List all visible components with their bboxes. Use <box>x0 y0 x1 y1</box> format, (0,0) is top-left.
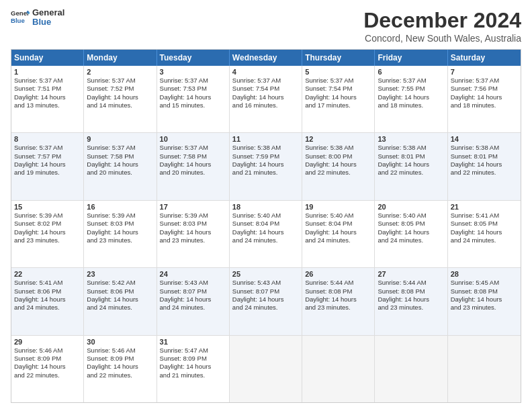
cell-info-line: Sunrise: 5:37 AM <box>14 144 81 152</box>
day-number: 5 <box>305 68 371 76</box>
cell-info-line: Daylight: 14 hours <box>378 295 444 304</box>
day-cell-2: 2Sunrise: 5:37 AMSunset: 7:52 PMDaylight… <box>84 66 157 132</box>
day-number: 2 <box>87 68 153 76</box>
day-cell-17: 17Sunrise: 5:39 AMSunset: 8:03 PMDayligh… <box>157 201 230 267</box>
cell-info-line: Sunrise: 5:38 AM <box>305 144 371 152</box>
day-number: 12 <box>305 135 371 143</box>
day-cell-empty <box>302 336 375 402</box>
cell-info-line: Sunrise: 5:40 AM <box>305 212 371 220</box>
cell-info-line: Sunrise: 5:41 AM <box>14 279 81 287</box>
day-number: 10 <box>160 135 226 143</box>
cell-info-line: Daylight: 14 hours <box>14 228 81 236</box>
cell-info-line: Sunset: 7:57 PM <box>14 152 81 161</box>
calendar-page: General Blue General Blue December 2024 … <box>0 0 532 411</box>
cell-info-line: and 14 minutes. <box>87 101 153 109</box>
day-number: 21 <box>451 203 518 211</box>
day-number: 3 <box>160 68 226 76</box>
cell-info-line: Sunset: 7:53 PM <box>160 85 226 93</box>
cell-info-line: Sunrise: 5:45 AM <box>451 279 518 287</box>
cell-info-line: and 23 minutes. <box>305 304 371 312</box>
cell-info-line: Sunset: 7:51 PM <box>14 85 81 93</box>
cell-info-line: Sunrise: 5:44 AM <box>378 279 444 287</box>
day-number: 7 <box>451 68 518 76</box>
day-number: 9 <box>87 135 153 143</box>
cell-info-line: Daylight: 14 hours <box>14 93 81 101</box>
cell-info-line: Sunset: 8:08 PM <box>451 287 518 295</box>
cell-info-line: Sunset: 8:01 PM <box>378 152 444 161</box>
day-cell-25: 25Sunrise: 5:43 AMSunset: 8:07 PMDayligh… <box>230 268 302 334</box>
day-number: 18 <box>232 203 299 211</box>
cell-info-line: and 22 minutes. <box>87 371 153 379</box>
day-number: 22 <box>14 270 81 278</box>
cell-info-line: and 24 minutes. <box>451 236 518 244</box>
day-number: 16 <box>87 203 153 211</box>
day-cell-31: 31Sunrise: 5:47 AMSunset: 8:09 PMDayligh… <box>157 336 230 402</box>
svg-text:General: General <box>11 10 30 17</box>
cell-info-line: Sunset: 8:07 PM <box>232 287 299 295</box>
logo-blue: Blue <box>32 17 64 27</box>
cell-info-line: and 18 minutes. <box>451 101 518 109</box>
cell-info-line: and 23 minutes. <box>14 236 81 244</box>
cell-info-line: and 24 minutes. <box>160 304 226 312</box>
cell-info-line: and 24 minutes. <box>87 304 153 312</box>
cell-info-line: Daylight: 14 hours <box>160 363 226 371</box>
logo: General Blue General Blue <box>11 8 64 28</box>
cell-info-line: Sunrise: 5:37 AM <box>160 77 226 85</box>
day-cell-3: 3Sunrise: 5:37 AMSunset: 7:53 PMDaylight… <box>157 66 230 132</box>
cell-info-line: Sunset: 8:00 PM <box>305 152 371 161</box>
day-number: 24 <box>160 270 226 278</box>
cell-info-line: and 23 minutes. <box>87 236 153 244</box>
cell-info-line: Daylight: 14 hours <box>14 363 81 371</box>
cell-info-line: and 24 minutes. <box>305 236 371 244</box>
day-cell-18: 18Sunrise: 5:40 AMSunset: 8:04 PMDayligh… <box>230 201 302 267</box>
day-cell-4: 4Sunrise: 5:37 AMSunset: 7:54 PMDaylight… <box>230 66 302 132</box>
cell-info-line: and 22 minutes. <box>451 169 518 177</box>
day-number: 13 <box>378 135 444 143</box>
day-number: 4 <box>232 68 299 76</box>
cell-info-line: Daylight: 14 hours <box>378 228 444 236</box>
day-number: 1 <box>14 68 81 76</box>
day-number: 23 <box>87 270 153 278</box>
day-number: 29 <box>14 338 81 346</box>
header-day-wednesday: Wednesday <box>230 50 302 66</box>
cell-info-line: Sunset: 8:04 PM <box>232 220 299 228</box>
cell-info-line: Daylight: 14 hours <box>451 93 518 101</box>
day-number: 30 <box>87 338 153 346</box>
cell-info-line: Daylight: 14 hours <box>451 295 518 304</box>
header-day-sunday: Sunday <box>11 50 84 66</box>
location: Concord, New South Wales, Australia <box>363 33 521 44</box>
cell-info-line: and 22 minutes. <box>14 371 81 379</box>
cell-info-line: Sunrise: 5:39 AM <box>87 212 153 220</box>
cell-info-line: Sunset: 8:08 PM <box>378 287 444 295</box>
cell-info-line: Sunrise: 5:47 AM <box>160 347 226 355</box>
cell-info-line: Sunrise: 5:40 AM <box>232 212 299 220</box>
cell-info-line: and 23 minutes. <box>378 304 444 312</box>
cell-info-line: Sunrise: 5:43 AM <box>160 279 226 287</box>
cell-info-line: and 21 minutes. <box>160 371 226 379</box>
cell-info-line: Sunrise: 5:44 AM <box>305 279 371 287</box>
cell-info-line: Sunrise: 5:39 AM <box>160 212 226 220</box>
day-cell-28: 28Sunrise: 5:45 AMSunset: 8:08 PMDayligh… <box>448 268 521 334</box>
cell-info-line: Sunset: 8:05 PM <box>451 220 518 228</box>
cell-info-line: Daylight: 14 hours <box>305 228 371 236</box>
header-day-tuesday: Tuesday <box>157 50 230 66</box>
cell-info-line: Sunset: 8:09 PM <box>87 355 153 363</box>
cell-info-line: Sunset: 8:03 PM <box>87 220 153 228</box>
cell-info-line: Daylight: 14 hours <box>14 161 81 169</box>
cell-info-line: and 20 minutes. <box>87 169 153 177</box>
day-cell-16: 16Sunrise: 5:39 AMSunset: 8:03 PMDayligh… <box>84 201 157 267</box>
day-number: 20 <box>378 203 444 211</box>
calendar-week-5: 29Sunrise: 5:46 AMSunset: 8:09 PMDayligh… <box>11 336 521 402</box>
day-cell-empty <box>448 336 521 402</box>
cell-info-line: Sunrise: 5:43 AM <box>232 279 299 287</box>
header-day-saturday: Saturday <box>448 50 521 66</box>
day-number: 8 <box>14 135 81 143</box>
cell-info-line: Sunset: 8:08 PM <box>305 287 371 295</box>
cell-info-line: Sunrise: 5:37 AM <box>14 77 81 85</box>
cell-info-line: Daylight: 14 hours <box>378 93 444 101</box>
cell-info-line: Daylight: 14 hours <box>87 295 153 304</box>
cell-info-line: and 22 minutes. <box>305 169 371 177</box>
day-number: 26 <box>305 270 371 278</box>
day-cell-19: 19Sunrise: 5:40 AMSunset: 8:04 PMDayligh… <box>302 201 375 267</box>
cell-info-line: Sunset: 7:58 PM <box>160 152 226 161</box>
